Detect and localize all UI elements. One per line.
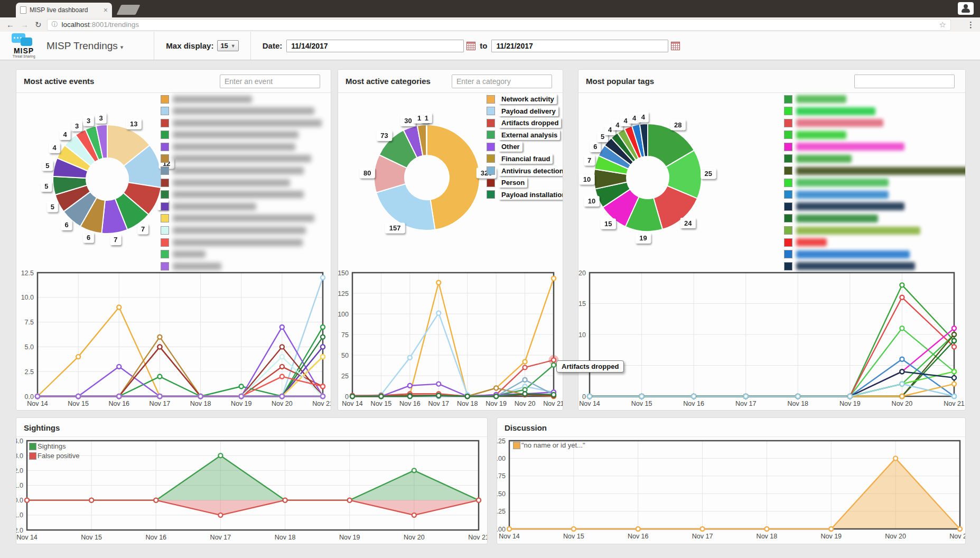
legend-item (784, 214, 966, 223)
legend-item: Other (487, 142, 563, 151)
panel-discussion: Discussion "no name or id yet..." 0.000.… (497, 417, 966, 544)
svg-text:Nov 20: Nov 20 (892, 400, 913, 407)
legend-label[interactable]: External analysis (499, 130, 560, 140)
svg-text:Nov 16: Nov 16 (683, 400, 704, 407)
svg-text:5: 5 (45, 162, 49, 170)
chevron-down-icon: ▼ (231, 43, 236, 49)
svg-text:7: 7 (141, 225, 145, 233)
legend-item (784, 154, 966, 163)
forward-icon[interactable]: → (21, 20, 29, 29)
legend-label[interactable]: Financial fraud (499, 154, 553, 164)
svg-text:25: 25 (705, 170, 712, 178)
svg-text:4: 4 (641, 113, 646, 121)
legend-item: "no name or id yet..." (513, 441, 585, 449)
svg-text:Nov 20: Nov 20 (885, 533, 906, 540)
tag-search-input[interactable] (854, 75, 955, 88)
svg-text:Nov 16: Nov 16 (108, 400, 129, 407)
legend-label[interactable]: Network activity (499, 94, 557, 104)
legend-label: Sightings (38, 442, 66, 450)
calendar-icon[interactable] (671, 42, 680, 50)
browser-menu-icon[interactable]: ⋮ (967, 20, 975, 30)
tags-trend-chart: 05101520Nov 14Nov 15Nov 16Nov 17Nov 18No… (578, 265, 966, 411)
pie-slice[interactable] (427, 125, 480, 230)
legend-item (784, 226, 966, 235)
brand-subtitle: Threat Sharing (6, 54, 41, 58)
svg-text:15: 15 (604, 220, 612, 228)
legend-item (161, 238, 322, 247)
legend-swatch (784, 119, 792, 127)
svg-text:5.0: 5.0 (25, 343, 34, 351)
tag-label-redacted (796, 107, 875, 115)
legend-swatch (161, 250, 169, 258)
pie-slice[interactable] (376, 184, 435, 230)
chevron-down-icon: ▾ (120, 44, 124, 50)
pie-slice[interactable] (426, 125, 427, 155)
svg-text:3: 3 (99, 114, 102, 122)
panel-title: Most active categories (346, 77, 431, 86)
svg-text:Nov 15: Nov 15 (81, 534, 102, 541)
bookmark-star-icon[interactable]: ☆ (939, 20, 946, 30)
page-favicon-icon (20, 6, 26, 14)
svg-text:0.75: 0.75 (497, 472, 506, 480)
page-info-icon[interactable]: ⓘ (52, 20, 58, 29)
url-host: localhost (62, 21, 90, 29)
legend-swatch (161, 143, 169, 151)
tag-label-redacted (796, 238, 827, 246)
svg-text:24: 24 (684, 219, 692, 227)
max-display-select[interactable]: 15▼ (217, 40, 238, 51)
svg-text:Nov 18: Nov 18 (787, 400, 808, 407)
calendar-icon[interactable] (466, 42, 475, 50)
legend-label-redacted (173, 167, 304, 174)
date-to-input[interactable] (491, 40, 668, 52)
profile-avatar-button[interactable] (958, 2, 974, 15)
reload-icon[interactable]: ↻ (35, 20, 42, 30)
svg-text:Nov 19: Nov 19 (820, 533, 842, 540)
legend-item (161, 214, 322, 223)
legend-item: Network activity (487, 95, 563, 104)
legend-item (784, 166, 966, 175)
categories-trend-chart: 0255075100125150Nov 14Nov 15Nov 16Nov 17… (338, 265, 563, 411)
svg-text:Nov 20: Nov 20 (515, 400, 536, 407)
legend-item (161, 131, 322, 140)
legend-item: Payload installation (487, 190, 563, 199)
svg-text:5: 5 (44, 182, 48, 190)
svg-text:10.0: 10.0 (21, 294, 34, 301)
browser-tab[interactable]: MISP live dashboard × (16, 3, 112, 17)
legend-label[interactable]: Artifacts dropped (499, 118, 561, 128)
svg-text:0.0: 0.0 (16, 497, 23, 504)
svg-text:Nov 20: Nov 20 (404, 534, 425, 541)
tag-label-redacted (796, 131, 846, 139)
event-search-input[interactable] (220, 75, 320, 88)
date-from-input[interactable] (286, 40, 464, 52)
legend-label[interactable]: Other (499, 142, 522, 152)
svg-text:1.0: 1.0 (16, 482, 23, 489)
legend-label[interactable]: Person (499, 178, 527, 188)
legend-swatch (161, 238, 169, 247)
panel-sightings: Sightings Sightings False positive -2.0-… (16, 417, 488, 544)
legend-item (784, 250, 966, 259)
legend-label[interactable]: Payload installation (499, 190, 563, 200)
legend-label-redacted (173, 191, 304, 198)
legend-label[interactable]: Payload delivery (499, 106, 558, 116)
legend-label: "no name or id yet..." (521, 441, 585, 449)
legend-item (784, 107, 966, 116)
back-icon[interactable]: ← (6, 20, 14, 29)
legend-item (161, 190, 322, 199)
category-search-input[interactable] (452, 75, 552, 88)
svg-text:7: 7 (587, 156, 591, 164)
legend-label[interactable]: Antivirus detection (499, 166, 563, 176)
misp-logo[interactable]: MISP Threat Sharing (6, 33, 41, 59)
nav-title-dropdown[interactable]: MISP Trendings▾ (46, 40, 123, 52)
chart-tooltip: Artifacts dropped (556, 360, 624, 373)
legend-item (161, 142, 322, 151)
svg-text:6: 6 (593, 143, 597, 151)
legend-swatch (784, 214, 792, 222)
legend-item (161, 118, 322, 127)
new-tab-button[interactable] (117, 5, 141, 15)
svg-text:4: 4 (53, 144, 57, 152)
svg-text:Nov 21: Nov 21 (312, 400, 331, 407)
tab-close-icon[interactable]: × (104, 6, 108, 14)
svg-text:7.5: 7.5 (25, 319, 34, 326)
legend-label-redacted (173, 96, 252, 103)
address-bar[interactable]: ⓘ localhost :8001/trendings ☆ (47, 19, 951, 31)
